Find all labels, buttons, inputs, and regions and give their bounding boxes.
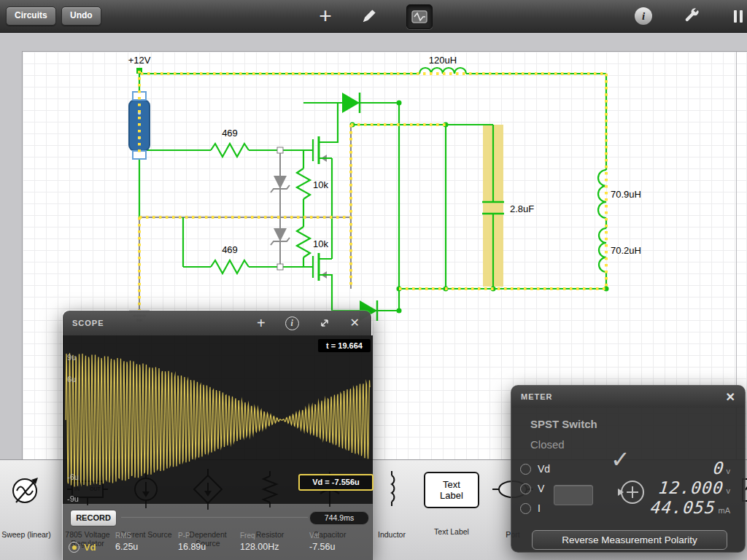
selection-highlight (139, 71, 606, 310)
resistor-469-top[interactable] (211, 144, 249, 157)
scope-stat-val: Val-7.56u (309, 532, 335, 552)
selection-handle[interactable] (133, 151, 146, 159)
meter-close-button[interactable]: ✕ (726, 390, 745, 404)
meter-row-label: I (538, 502, 541, 514)
channel-radio[interactable] (69, 542, 80, 553)
settings-button[interactable] (681, 6, 702, 26)
meter-radio-i[interactable] (520, 503, 531, 514)
scope-stat-rms: RMS6.25u (115, 532, 138, 552)
y-axis-tick: 6u (67, 375, 76, 384)
resistor-469-bottom[interactable] (211, 260, 249, 273)
sweep-icon (6, 469, 47, 510)
meter-display-box (554, 485, 593, 505)
gate-node (277, 147, 283, 153)
scope-channel-toggle[interactable]: Vd (69, 542, 96, 553)
meter-radio-v[interactable] (520, 483, 531, 494)
checkmark-icon: ✓ (611, 446, 630, 473)
meter-value-i: 44.055mA (651, 498, 730, 517)
palette-item-label: Text Label (421, 527, 482, 536)
meter-value-v: 12.000v (659, 478, 730, 497)
diodes[interactable] (342, 93, 377, 321)
scope-expand-button[interactable] (319, 317, 330, 329)
y-axis-tick: -6u (67, 472, 79, 481)
meter-row-i: I (520, 502, 541, 514)
scope-header[interactable]: SCOPE + i ✕ (63, 311, 371, 335)
pencil-icon (361, 8, 377, 24)
value-cursor-readout: Vd = -7.556u (298, 474, 374, 491)
scope-info-button[interactable]: i (285, 316, 299, 330)
info-button[interactable]: i (633, 6, 654, 26)
component-icon (411, 9, 428, 25)
label-l1: 120uH (429, 55, 457, 66)
label-supply: +12V (128, 55, 151, 66)
undo-button[interactable]: Undo (61, 7, 101, 26)
component-labels: +12V 469 10k 469 10k 120uH 2.8uF 70.9uH … (128, 55, 641, 256)
scope-stat-pp: P-P16.89u (178, 532, 206, 552)
probe-source-icon (615, 476, 647, 508)
label-r2: 10k (313, 179, 328, 190)
inductor-icon (371, 469, 412, 510)
meter-row-v: V (520, 483, 544, 494)
plus-icon: + (319, 7, 332, 26)
meter-row-vd: Vd (520, 463, 550, 475)
gate-node (277, 264, 283, 270)
wrench-icon (683, 7, 700, 25)
gray-wires (129, 125, 351, 320)
y-axis-tick: -9u (67, 494, 79, 503)
edit-mode-button[interactable] (359, 6, 379, 26)
label-l3: 70.2uH (611, 245, 641, 256)
meter-row-label: Vd (538, 463, 550, 475)
palette-item-sweep[interactable]: Sweep (linear) (0, 469, 53, 539)
time-window-display[interactable]: 744.9ms (309, 511, 369, 525)
meter-radio-vd[interactable] (520, 464, 531, 475)
label-r3: 469 (222, 244, 238, 255)
label-l2: 70.9uH (611, 189, 641, 200)
junction-dots (136, 68, 609, 314)
pause-button[interactable] (728, 6, 747, 26)
scope-plot-area: 9u 6u -6u -9u t = 19.664 Vd = -7.556u (63, 335, 373, 504)
meter-component-state: Closed (530, 438, 565, 451)
selected-component-button[interactable] (406, 4, 433, 29)
pause-icon (734, 10, 737, 23)
circuits-button[interactable]: Circuits (6, 7, 56, 26)
meter-component-name: SPST Switch (530, 418, 597, 430)
reverse-polarity-button[interactable]: Reverse Measurement Polarity (532, 530, 727, 550)
palette-item-text-label[interactable]: Text Label Text Label (421, 469, 482, 536)
scope-panel[interactable]: SCOPE + i ✕ 9u 6u -6u -9u t = 19.664 Vd … (62, 310, 372, 560)
label-c1: 2.8uF (510, 203, 534, 214)
label-r4: 10k (313, 238, 328, 249)
top-toolbar: Circuits Undo + i (0, 0, 747, 33)
meter-panel[interactable]: METER ✕ SPST Switch Closed Vd V I 0v 12.… (511, 385, 746, 553)
scope-close-button[interactable]: ✕ (350, 316, 360, 330)
meter-header[interactable]: METER ✕ (511, 386, 745, 408)
text-label-icon: Text Label (424, 472, 479, 508)
info-icon: i (635, 7, 652, 25)
record-button[interactable]: RECORD (70, 510, 117, 526)
resistor-10k-bottom[interactable] (297, 227, 310, 257)
scope-title: SCOPE (63, 319, 257, 327)
y-axis-tick: 9u (67, 353, 76, 362)
resistor-10k-top[interactable] (297, 168, 310, 199)
channel-label: Vd (84, 542, 96, 553)
add-component-button[interactable]: + (315, 6, 336, 26)
meter-row-label: V (538, 483, 544, 494)
meter-title: METER (511, 392, 726, 401)
time-scrubber[interactable] (121, 517, 308, 518)
scope-add-button[interactable]: + (257, 316, 266, 330)
meter-value-vd: 0v (713, 459, 730, 478)
time-cursor-readout: t = 19.664 (318, 339, 371, 352)
label-r1: 469 (222, 128, 238, 139)
pause-icon (740, 10, 743, 23)
scope-stat-freq: Freq128.00Hz (240, 532, 279, 552)
palette-item-label: Sweep (linear) (0, 530, 53, 539)
wires (139, 68, 606, 311)
scope-controls: RECORD 744.9ms Vd RMS6.25u P-P16.89u Fre… (63, 504, 373, 560)
